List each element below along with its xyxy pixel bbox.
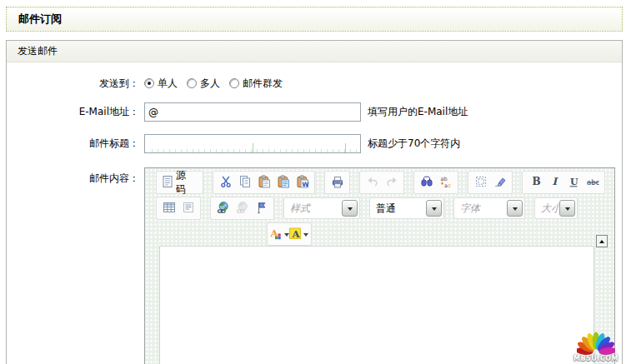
italic-button[interactable]: I (544, 173, 563, 192)
paste-word-icon: W (296, 175, 309, 191)
source-button[interactable]: 源码 (159, 173, 200, 192)
content-label: 邮件内容： (7, 167, 139, 186)
radio-icon[interactable] (229, 78, 239, 88)
select-all-button[interactable] (471, 173, 490, 192)
radio-option-single[interactable]: 单人 (144, 77, 178, 91)
underline-button[interactable]: U (563, 173, 583, 192)
editor-left-gutter (145, 246, 159, 364)
format-combo[interactable]: 普通 (369, 197, 444, 219)
copy-icon (238, 175, 252, 191)
toolbar-group (324, 171, 350, 194)
radio-option-mass[interactable]: 邮件群发 (229, 77, 283, 91)
font-combo[interactable]: 字体 (453, 197, 525, 219)
cut-button[interactable] (216, 173, 235, 192)
text-color-button[interactable]: A (270, 225, 289, 244)
format-combo-label: 普通 (372, 202, 400, 216)
radio-icon[interactable] (144, 78, 154, 88)
page-title-bar: 邮件订阅 (6, 7, 623, 32)
text-color-icon: A (269, 227, 283, 242)
strikethrough-icon: abc (586, 175, 599, 191)
anchor-button[interactable] (252, 199, 271, 218)
show-blocks-icon (182, 201, 195, 217)
bold-button[interactable]: B (525, 173, 544, 192)
form-panel: 发送邮件 发送到： 单人 多人 邮件群发 E-Mail地址： (6, 40, 623, 364)
chevron-down-icon (565, 207, 570, 213)
toolbar-group: BIUabc (522, 171, 605, 194)
font-combo-label: 字体 (456, 202, 484, 216)
toolbar-group: abac (413, 171, 458, 194)
remove-format-icon (493, 175, 507, 191)
table-icon (163, 201, 176, 217)
editor-content-area[interactable] (159, 246, 594, 364)
radio-icon[interactable] (187, 78, 197, 88)
toolbar-group: W (213, 171, 315, 194)
toolbar-collapse-button[interactable] (596, 235, 608, 247)
radio-option-label: 多人 (200, 77, 220, 91)
content-row: 邮件内容： 源码WabacBIUabc样式普通字体大小AA (7, 167, 622, 364)
radio-option-multiple[interactable]: 多人 (187, 77, 220, 91)
subject-label: 邮件标题： (7, 137, 139, 151)
redo-button[interactable] (382, 173, 401, 192)
cut-icon (219, 175, 233, 191)
underline-icon: U (567, 175, 580, 191)
rich-text-editor: 源码WabacBIUabc样式普通字体大小AA (144, 167, 615, 364)
svg-text:W: W (302, 180, 309, 187)
paste-text-icon (277, 175, 290, 191)
source-icon (161, 175, 174, 191)
undo-icon (366, 175, 379, 191)
section-header: 发送邮件 (7, 41, 622, 62)
replace-button[interactable]: abac (436, 173, 455, 192)
print-button[interactable] (328, 173, 347, 192)
table-button[interactable] (159, 199, 178, 218)
show-blocks-button[interactable] (178, 199, 198, 218)
strikethrough-button[interactable]: abc (583, 173, 602, 192)
toolbar-row: 源码WabacBIUabc (145, 168, 614, 194)
find-button[interactable] (417, 173, 436, 192)
editor-toolbar: 源码WabacBIUabc样式普通字体大小AA (145, 168, 614, 246)
paste-button[interactable] (254, 173, 273, 192)
copy-button[interactable] (235, 173, 254, 192)
svg-text:B: B (532, 176, 540, 187)
unlink-button[interactable] (233, 199, 252, 218)
email-label: E-Mail地址： (7, 105, 139, 119)
link-icon (217, 201, 230, 217)
email-input[interactable] (144, 102, 361, 122)
remove-format-button[interactable] (490, 173, 509, 192)
redo-icon (385, 175, 398, 191)
select-all-icon (474, 175, 488, 191)
undo-button[interactable] (363, 173, 382, 192)
size-combo-arrow-button[interactable] (559, 200, 575, 217)
find-icon (420, 175, 433, 191)
page-title: 邮件订阅 (18, 12, 62, 27)
style-combo[interactable]: 样式 (283, 197, 360, 219)
svg-text:A: A (292, 227, 301, 239)
toolbar-group (359, 171, 404, 194)
highlight-color-button[interactable]: A (289, 225, 308, 244)
email-row: E-Mail地址： 填写用户的E-Mail地址 (7, 102, 622, 122)
toolbar-group: 源码 (156, 171, 203, 194)
font-combo-arrow-button[interactable] (507, 200, 523, 217)
source-button-label: 源码 (174, 168, 198, 197)
style-combo-arrow-button[interactable] (342, 200, 358, 217)
format-combo-arrow-button[interactable] (426, 200, 442, 217)
highlight-color-icon: A (288, 227, 302, 242)
link-button[interactable] (213, 199, 233, 218)
toolbar-group (156, 197, 201, 220)
italic-icon: I (548, 175, 561, 191)
size-combo[interactable]: 大小 (534, 197, 578, 219)
editor-scroll-gutter (594, 246, 614, 364)
paste-word-button[interactable]: W (293, 173, 312, 192)
radio-option-label: 单人 (158, 77, 178, 91)
paste-text-button[interactable] (273, 173, 293, 192)
svg-text:a: a (444, 182, 448, 188)
send-mail-form: 发送到： 单人 多人 邮件群发 E-Mail地址： 填写 (7, 62, 622, 364)
toolbar-group: AA (267, 222, 312, 246)
svg-text:U: U (570, 176, 578, 187)
chevron-down-icon (348, 207, 353, 213)
svg-text:ab: ab (440, 175, 447, 182)
email-hint: 填写用户的E-Mail地址 (368, 105, 468, 119)
bold-icon: B (528, 175, 542, 191)
chevron-down-icon (513, 207, 518, 213)
svg-text:c: c (448, 182, 451, 188)
subject-input[interactable] (144, 134, 361, 153)
